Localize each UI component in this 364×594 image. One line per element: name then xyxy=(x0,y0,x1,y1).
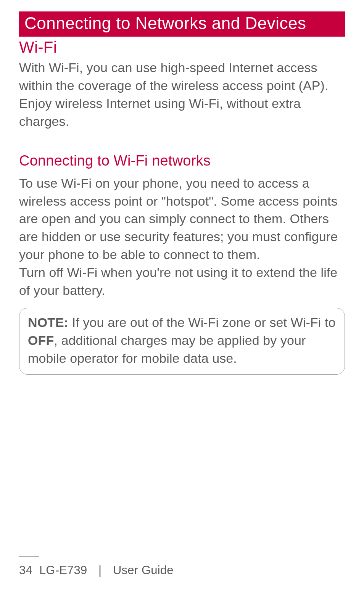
note-text-before-off: If you are out of the Wi-Fi zone or set … xyxy=(68,315,335,330)
section-body-wifi: With Wi-Fi, you can use high-speed Inter… xyxy=(19,59,345,130)
note-box: NOTE: If you are out of the Wi-Fi zone o… xyxy=(19,308,345,375)
footer-text: 34LG-E739 | User Guide xyxy=(19,563,364,577)
note-text-after-off: , additional charges may be applied by y… xyxy=(28,333,306,365)
subsection-heading-connect: Connecting to Wi-Fi networks xyxy=(19,153,345,169)
footer-model: LG-E739 xyxy=(39,563,87,577)
subsection-body-1: To use Wi-Fi on your phone, you need to … xyxy=(19,174,345,264)
note-label: NOTE: xyxy=(28,315,68,330)
note-off-word: OFF xyxy=(28,333,54,348)
footer-separator: | xyxy=(98,563,101,577)
subsection-body-2: Turn off Wi-Fi when you're not using it … xyxy=(19,264,345,299)
page-number: 34 xyxy=(19,563,32,577)
footer-doc-title: User Guide xyxy=(113,563,174,577)
chapter-title-banner: Connecting to Networks and Devices xyxy=(19,11,345,37)
page-footer: 34LG-E739 | User Guide xyxy=(0,556,364,577)
footer-rule xyxy=(19,556,39,557)
section-heading-wifi: Wi-Fi xyxy=(19,38,345,56)
